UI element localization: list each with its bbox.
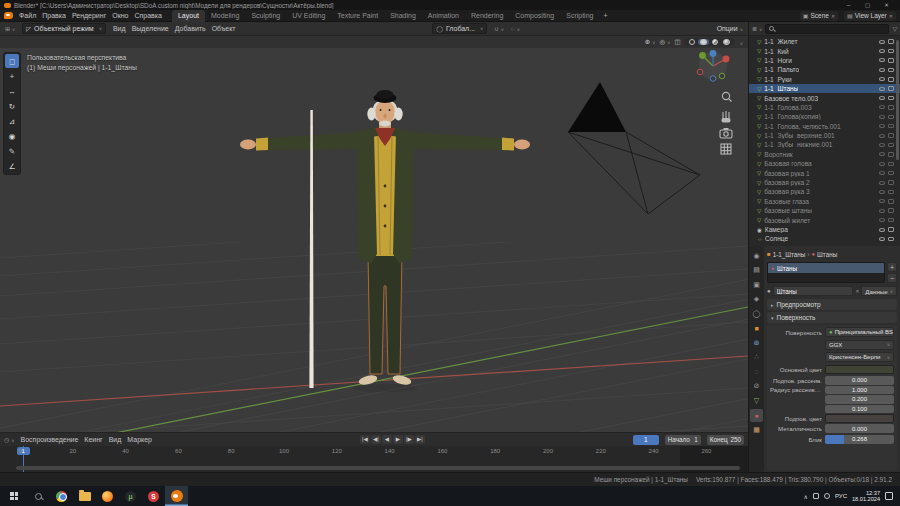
jump-to-end-button[interactable]: ▶| (415, 435, 425, 444)
workspace-tab[interactable]: Rendering (465, 10, 509, 22)
move-view-icon[interactable] (722, 111, 731, 123)
properties-tab-modifiers[interactable]: ⊛ (750, 336, 763, 349)
zoom-icon[interactable] (722, 92, 731, 101)
taskbar-app-utorrent[interactable] (119, 486, 142, 506)
vector-field[interactable]: 0.100 (825, 405, 894, 414)
hide-in-viewport-icon[interactable] (879, 152, 885, 156)
topbar-menu-0[interactable]: Файл (19, 12, 36, 19)
pants-selected[interactable] (368, 252, 402, 374)
subsurface-method-dropdown[interactable]: Кристенсен-Берли (825, 352, 894, 362)
viewport-nav-icons[interactable] (720, 92, 732, 154)
vector-field[interactable]: 1.000 (825, 386, 894, 395)
viewport-menu-1[interactable]: Выделение (132, 25, 169, 32)
disable-in-render-icon[interactable] (888, 152, 894, 157)
topbar-menu-4[interactable]: Справка (134, 12, 161, 19)
topbar-menu-2[interactable]: Рендеринг (72, 12, 106, 19)
workspace-tab[interactable]: Modeling (205, 10, 245, 22)
timeline-menu-3[interactable]: Маркер (127, 436, 152, 443)
proportional-editing-icon[interactable] (511, 26, 520, 32)
disable-in-render-icon[interactable] (888, 190, 894, 195)
taskbar-search-button[interactable] (26, 486, 50, 506)
shading-wireframe-button[interactable] (687, 39, 698, 46)
hide-in-viewport-icon[interactable] (879, 68, 885, 72)
measure-tool-button[interactable]: ∠ (5, 159, 19, 173)
param-control-slider[interactable]: 0.268 (825, 435, 894, 444)
camera-view-icon[interactable] (720, 128, 732, 138)
properties-tab-object[interactable]: ■ (750, 322, 763, 335)
properties-tab-world[interactable]: ◯ (750, 307, 763, 320)
timeline-scrollbar[interactable] (16, 466, 740, 470)
workspace-tab[interactable]: Compositing (509, 10, 560, 22)
z-axis-handle[interactable] (710, 50, 717, 57)
hide-in-viewport-icon[interactable] (879, 181, 885, 185)
breadcrumb-material[interactable]: Штаны (817, 251, 837, 258)
remove-material-slot-button[interactable]: − (887, 273, 897, 283)
cursor-tool-button[interactable]: + (5, 69, 19, 83)
filter-icon[interactable] (892, 25, 897, 32)
annotate-tool-button[interactable]: ✎ (5, 144, 19, 158)
hide-in-viewport-icon[interactable] (879, 218, 885, 222)
outliner-item[interactable]: ▽базовый жилет (749, 215, 900, 224)
disable-in-render-icon[interactable] (888, 218, 894, 223)
outliner-item[interactable]: ▽Воротник (749, 150, 900, 159)
play-reverse-button[interactable]: ◀ (382, 435, 392, 444)
current-frame-field[interactable]: 1 (633, 435, 659, 445)
frame-end-field[interactable]: Конец 250 (707, 435, 744, 445)
frame-start-field[interactable]: Начало 1 (665, 435, 701, 445)
workspace-tab[interactable]: Layout (172, 10, 205, 22)
timeline-editor-type-button[interactable] (4, 436, 15, 443)
viewport-menu-2[interactable]: Добавить (175, 25, 206, 32)
timeline-menu-0[interactable]: Воспроизведение (21, 436, 79, 443)
y-axis-handle[interactable] (699, 52, 706, 59)
shading-material-preview-button[interactable] (710, 39, 721, 46)
hide-in-viewport-icon[interactable] (879, 199, 885, 203)
disable-in-render-icon[interactable] (888, 143, 894, 148)
properties-tab-output[interactable]: ▤ (750, 264, 763, 277)
viewport-canvas[interactable] (0, 36, 748, 432)
disable-in-render-icon[interactable] (888, 171, 894, 176)
jump-to-start-button[interactable]: |◀ (360, 435, 370, 444)
hide-in-viewport-icon[interactable] (879, 228, 885, 232)
outliner-editor-type-button[interactable] (752, 25, 762, 32)
outliner-item[interactable]: ▽1-1_Штаны (749, 84, 900, 93)
scene-selector[interactable]: Scene (800, 11, 838, 21)
properties-tab-object-data[interactable]: ▽ (750, 394, 763, 407)
outliner-item[interactable]: ▽базовая рука 3 (749, 187, 900, 196)
outliner-item[interactable]: ▽Базовые глаза (749, 197, 900, 206)
properties-tab-render[interactable]: ◉ (750, 249, 763, 262)
disable-in-render-icon[interactable] (888, 68, 894, 73)
surface-shader-button[interactable]: Принципиальный BSDF (825, 327, 894, 337)
outliner-item[interactable]: ▽1-1_Голова, челюсть.001 (749, 122, 900, 131)
properties-tab-texture[interactable]: ▦ (750, 423, 763, 436)
taskbar-app-blender[interactable] (165, 486, 188, 506)
editor-type-button[interactable] (5, 25, 15, 32)
select-box-tool-button[interactable]: ◻ (5, 54, 19, 68)
disable-in-render-icon[interactable] (888, 180, 894, 185)
outliner-item[interactable]: ▽1-1_Жилет (749, 37, 900, 46)
outliner-item[interactable]: ◉Камера (749, 225, 900, 234)
remove-view-layer-icon[interactable] (889, 13, 893, 19)
hide-in-viewport-icon[interactable] (879, 105, 885, 109)
jump-to-next-keyframe-button[interactable]: |▶ (404, 435, 414, 444)
disable-in-render-icon[interactable] (888, 227, 894, 232)
unlink-material-button[interactable] (855, 288, 859, 294)
disable-in-render-icon[interactable] (888, 115, 894, 120)
move-tool-button[interactable]: ↔ (5, 84, 19, 98)
outliner-item[interactable]: ▽1-1_Руки (749, 75, 900, 84)
timeline-menu-2[interactable]: Вид (109, 436, 122, 443)
hide-in-viewport-icon[interactable] (879, 143, 885, 147)
taskbar-app-chrome[interactable] (50, 486, 73, 506)
disable-in-render-icon[interactable] (888, 96, 894, 101)
taskbar-clock[interactable]: 12:37 18.01.2024 (852, 490, 880, 503)
properties-tab-material[interactable]: ● (750, 409, 763, 422)
play-button[interactable]: ▶ (393, 435, 403, 444)
outliner-item[interactable]: ▽Базовое тело.003 (749, 93, 900, 102)
hide-in-viewport-icon[interactable] (879, 58, 885, 62)
action-center-icon[interactable] (885, 492, 893, 500)
toggle-ortho-icon[interactable] (721, 144, 731, 154)
disable-in-render-icon[interactable] (888, 49, 894, 54)
language-indicator[interactable]: РУС (835, 493, 847, 499)
hide-in-viewport-icon[interactable] (879, 237, 885, 241)
workspace-tab[interactable]: Texture Paint (331, 10, 384, 22)
disable-in-render-icon[interactable] (888, 199, 894, 204)
